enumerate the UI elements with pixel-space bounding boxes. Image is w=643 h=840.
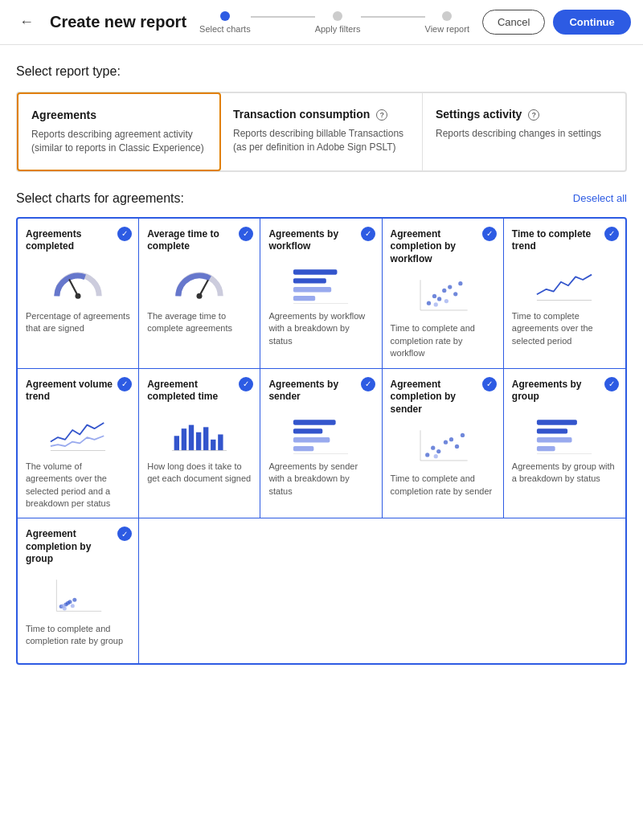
- hbar-icon-2: [289, 414, 353, 454]
- chart-visual-volume-trend: [26, 410, 130, 454]
- svg-rect-22: [174, 436, 179, 450]
- chart-desc-avg-time: The average time to complete agreements: [147, 310, 252, 335]
- svg-point-43: [461, 433, 465, 437]
- page-title: Create new report: [50, 13, 186, 31]
- check-completion-sender: ✓: [482, 377, 497, 391]
- chart-desc-group: Agreements by group with a breakdown by …: [512, 461, 617, 486]
- report-types-container: Agreements Reports describing agreement …: [16, 92, 627, 172]
- scatter-icon-2: [415, 426, 471, 466]
- check-group: ✓: [604, 377, 619, 391]
- svg-rect-6: [293, 287, 331, 292]
- svg-point-18: [433, 303, 437, 307]
- hbar-icon-1: [289, 264, 353, 304]
- charts-row-2: ✓ Agreement volume trend The volume of a…: [18, 369, 625, 519]
- cancel-button[interactable]: Cancel: [482, 10, 545, 35]
- bar-icon-1: [167, 414, 231, 454]
- empty-cell-2: [260, 518, 382, 663]
- svg-rect-25: [196, 432, 201, 450]
- svg-rect-28: [218, 434, 223, 450]
- check-avg-time: ✓: [239, 227, 253, 241]
- svg-rect-4: [293, 269, 338, 274]
- chart-title-avg-time: Average time to complete: [147, 228, 252, 253]
- chart-avg-time-complete[interactable]: ✓ Average time to complete The average t…: [139, 219, 260, 368]
- chart-agreements-by-sender[interactable]: ✓ Agreements by sender Agreements by sen…: [260, 369, 382, 518]
- chart-title-agreements-completed: Agreements completed: [26, 228, 130, 253]
- chart-title-completion-sender: Agreement completion by sender: [391, 379, 495, 416]
- svg-point-14: [442, 289, 446, 293]
- check-completed-time: ✓: [239, 377, 253, 391]
- svg-point-1: [76, 293, 81, 299]
- svg-point-19: [444, 299, 448, 303]
- transaction-help-icon[interactable]: ?: [376, 109, 387, 121]
- report-type-settings[interactable]: Settings activity ? Reports describing c…: [423, 93, 625, 170]
- chart-agreements-by-group[interactable]: ✓ Agreements by group Agreements by grou…: [504, 369, 625, 518]
- back-button[interactable]: ←: [16, 10, 37, 34]
- empty-cell-3: [383, 518, 504, 663]
- svg-rect-47: [537, 437, 572, 442]
- report-type-section-title: Select report type:: [16, 64, 627, 79]
- check-completion-workflow: ✓: [482, 227, 497, 241]
- charts-row-3: ✓ Agreement completion by group: [18, 518, 625, 663]
- chart-visual-completion-group: [26, 572, 130, 617]
- check-volume-trend: ✓: [117, 377, 132, 391]
- svg-rect-31: [293, 428, 322, 433]
- svg-rect-27: [211, 440, 215, 451]
- main-content: Select report type: Agreements Reports d…: [0, 45, 643, 692]
- chart-agreements-completed[interactable]: ✓ Agreements completed Percentage of agr…: [18, 219, 139, 368]
- chart-visual-completed-time: [147, 410, 252, 454]
- step-dot-2: [333, 11, 342, 21]
- svg-point-37: [425, 453, 429, 457]
- chart-desc-completion-workflow: Time to complete and completion rate by …: [391, 322, 495, 359]
- step-dot-1: [220, 11, 230, 21]
- chart-agreements-by-workflow[interactable]: ✓ Agreements by workflow Agreements by w…: [260, 219, 382, 368]
- chart-completion-by-sender[interactable]: ✓ Agreement completion by sender: [383, 369, 504, 518]
- chart-completion-by-workflow[interactable]: ✓ Agreement completion by workflow: [383, 219, 504, 368]
- chart-title-completed-time: Agreement completed time: [147, 379, 252, 404]
- gauge-icon-1: [50, 264, 106, 304]
- scatter-icon-1: [415, 276, 471, 316]
- line-icon-2: [46, 414, 110, 454]
- report-type-transaction-title: Transaction consumption ?: [233, 108, 409, 121]
- chart-visual-group: [512, 410, 617, 454]
- report-type-transaction[interactable]: Transaction consumption ? Reports descri…: [220, 93, 423, 170]
- deselect-all-button[interactable]: Deselect all: [573, 192, 627, 204]
- chart-desc-volume-trend: The volume of agreements over the select…: [26, 461, 130, 510]
- svg-point-56: [72, 598, 76, 602]
- chart-title-completion-workflow: Agreement completion by workflow: [391, 228, 495, 266]
- svg-rect-33: [293, 446, 313, 451]
- svg-point-13: [437, 297, 441, 301]
- chart-agreement-completed-time[interactable]: ✓ Agreement completed time How long does: [139, 369, 260, 518]
- step-select-charts: Select charts: [199, 11, 251, 34]
- svg-point-17: [458, 281, 462, 285]
- chart-title-volume-trend: Agreement volume trend: [26, 379, 130, 404]
- settings-help-icon[interactable]: ?: [528, 109, 539, 121]
- hbar-icon-3: [532, 414, 596, 454]
- svg-point-3: [197, 293, 203, 299]
- svg-point-42: [455, 445, 459, 449]
- step-apply-filters: Apply filters: [315, 11, 361, 34]
- svg-rect-45: [537, 420, 577, 424]
- svg-rect-32: [293, 437, 330, 442]
- check-agreements-completed: ✓: [117, 227, 132, 241]
- svg-point-39: [436, 449, 440, 453]
- chart-visual-completion-workflow: [391, 272, 495, 316]
- svg-point-44: [433, 454, 437, 458]
- report-type-agreements[interactable]: Agreements Reports describing agreement …: [17, 92, 221, 171]
- empty-cell-1: [139, 518, 260, 663]
- chart-completion-by-group[interactable]: ✓ Agreement completion by group: [18, 518, 139, 663]
- svg-point-12: [432, 294, 436, 298]
- chart-visual-avg-time: [147, 260, 252, 304]
- gauge-icon-2: [171, 264, 227, 304]
- svg-point-15: [448, 285, 452, 289]
- step-label-3: View report: [425, 24, 469, 34]
- chart-title-sender: Agreements by sender: [268, 379, 373, 404]
- step-dot-3: [442, 11, 452, 21]
- chart-time-to-complete-trend[interactable]: ✓ Time to complete trend Time to complet…: [504, 219, 625, 368]
- continue-button[interactable]: Continue: [553, 10, 630, 35]
- report-type-settings-desc: Reports describing changes in settings: [436, 127, 612, 141]
- chart-desc-workflow: Agreements by workflow with a breakdown …: [268, 310, 373, 347]
- chart-title-group: Agreements by group: [512, 379, 617, 404]
- svg-rect-5: [293, 278, 326, 283]
- chart-agreement-volume-trend[interactable]: ✓ Agreement volume trend The volume of a…: [18, 369, 139, 518]
- chart-visual-completion-sender: [391, 422, 495, 466]
